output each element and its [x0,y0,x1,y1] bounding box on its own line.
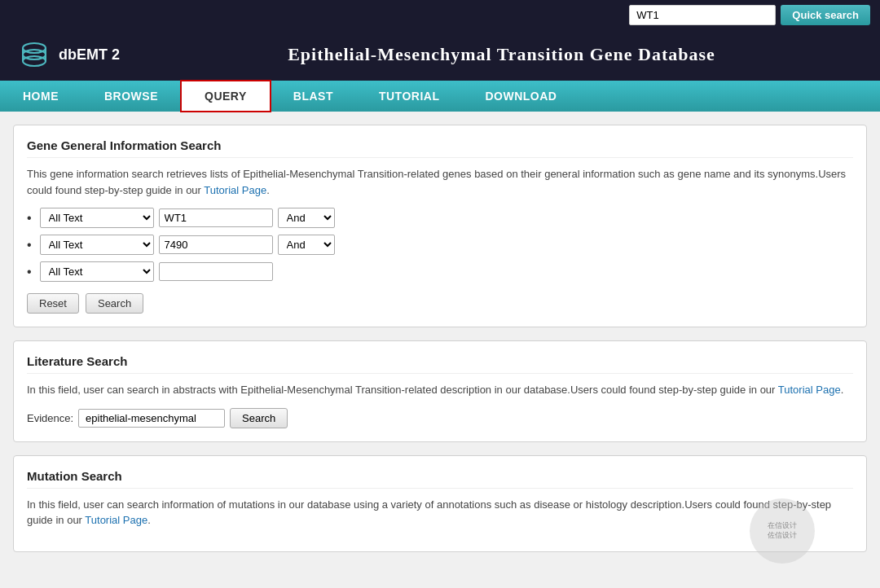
gene-search-desc: This gene information search retrieves l… [27,166,853,198]
reset-button[interactable]: Reset [27,293,79,314]
mutation-search-desc-text: In this field, user can search informati… [27,498,831,527]
nav-home[interactable]: HOME [0,81,81,112]
literature-tutorial-link[interactable]: Tutorial Page [778,384,841,396]
gene-search-tutorial-link[interactable]: Tutorial Page [204,184,266,196]
literature-search-button[interactable]: Search [230,408,288,428]
top-search-input[interactable] [629,5,776,25]
main-content: Gene General Information Search This gen… [0,112,880,578]
svg-rect-0 [13,37,55,72]
top-bar: Quick search [0,0,880,30]
nav-browse[interactable]: BROWSE [81,81,181,112]
nav-query[interactable]: QUERY [180,80,271,112]
gene-search-section: Gene General Information Search This gen… [13,125,867,327]
logo-text: dbEMT 2 [59,46,120,64]
query-row-3: All Text Gene Name Synonym Entrez ID [27,261,853,282]
query-row-1: All Text Gene Name Synonym Entrez ID And… [27,208,853,228]
search-button[interactable]: Search [86,293,143,314]
query-field-3[interactable]: All Text Gene Name Synonym Entrez ID [40,261,154,282]
mutation-search-title: Mutation Search [27,469,853,489]
literature-search-desc: In this field, user can search in abstra… [27,382,853,398]
mutation-search-section: Mutation Search In this field, user can … [13,455,867,552]
query-row-2: All Text Gene Name Synonym Entrez ID And… [27,235,853,255]
gene-search-desc-text: This gene information search retrieves l… [27,168,846,196]
query-logic-2[interactable]: And Or Not [278,235,335,255]
literature-search-section: Literature Search In this field, user ca… [13,340,867,442]
query-value-3[interactable] [159,262,273,281]
gene-search-title: Gene General Information Search [27,138,853,158]
query-logic-1[interactable]: And Or Not [278,208,335,228]
query-field-2[interactable]: All Text Gene Name Synonym Entrez ID [40,235,154,255]
query-value-1[interactable] [159,208,273,227]
quick-search-button[interactable]: Quick search [781,5,870,25]
logo-icon [13,37,55,72]
nav-download[interactable]: DOWNLOAD [462,81,579,112]
evidence-row: Evidence: Search [27,408,853,428]
top-search-area: Quick search [629,5,870,25]
mutation-search-desc: In this field, user can search informati… [27,497,853,529]
nav-blast[interactable]: BLAST [271,81,356,112]
mutation-tutorial-link[interactable]: Tutorial Page [85,514,147,526]
evidence-label: Evidence: [27,412,73,424]
query-field-1[interactable]: All Text Gene Name Synonym Entrez ID [40,208,154,228]
literature-search-desc-text: In this field, user can search in abstra… [27,384,775,396]
logo-area: dbEMT 2 [13,37,120,72]
site-header: dbEMT 2 Epithelial-Mesenchymal Transitio… [0,30,880,81]
site-title: Epithelial-Mesenchymal Transition Gene D… [136,44,867,65]
gene-search-buttons: Reset Search [27,293,853,314]
nav-tutorial[interactable]: TUTORIAL [356,81,463,112]
main-nav: HOME BROWSE QUERY BLAST TUTORIAL DOWNLOA… [0,81,880,112]
query-value-2[interactable] [159,235,273,254]
literature-search-title: Literature Search [27,354,853,374]
evidence-input[interactable] [78,409,225,428]
query-rows: All Text Gene Name Synonym Entrez ID And… [27,208,853,282]
